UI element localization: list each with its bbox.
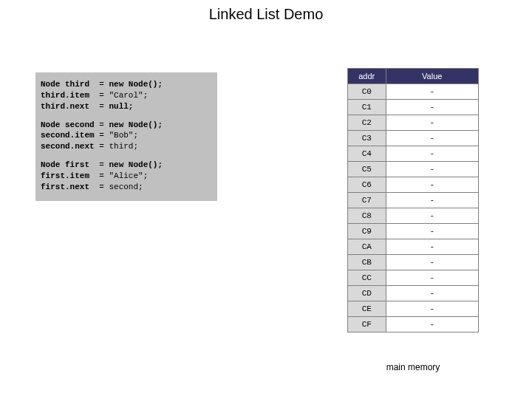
addr-cell: CD [348, 286, 386, 301]
code-lhs: Node first [41, 160, 95, 169]
code-rhs: new Node(); [109, 80, 163, 89]
page-title: Linked List Demo [0, 6, 532, 23]
value-cell: - [386, 100, 478, 115]
value-cell: - [386, 208, 478, 224]
addr-cell: C2 [348, 115, 386, 131]
code-rhs: second; [109, 183, 143, 191]
code-block: Node third = new Node(); third.item = "C… [41, 79, 212, 112]
table-row: C2- [348, 115, 479, 131]
code-listing: Node third = new Node(); third.item = "C… [35, 72, 217, 201]
table-row: CE- [348, 301, 479, 317]
table-row: C6- [348, 177, 479, 193]
table-row: C1- [348, 100, 479, 115]
addr-cell: C7 [348, 193, 386, 208]
code-lhs: Node third [41, 80, 95, 89]
addr-cell: CC [348, 270, 386, 286]
code-lhs: first.next [41, 183, 95, 191]
code-line: third.next = null; [41, 101, 212, 112]
addr-cell: C6 [348, 177, 386, 193]
code-lhs: third.next [41, 102, 95, 111]
code-rhs: "Alice"; [109, 171, 148, 180]
code-rhs: third; [109, 142, 138, 151]
code-rhs: "Bob"; [109, 131, 138, 140]
table-row: C7- [348, 193, 479, 208]
col-addr: addr [348, 69, 386, 84]
table-row: CB- [348, 255, 479, 270]
table-row: C3- [348, 131, 479, 146]
table-row: CD- [348, 286, 479, 301]
value-cell: - [386, 239, 478, 255]
code-line: Node third = new Node(); [41, 79, 212, 90]
value-cell: - [386, 255, 478, 270]
addr-cell: CB [348, 255, 386, 270]
memory-caption: main memory [347, 362, 479, 372]
table-row: C5- [348, 162, 479, 177]
addr-cell: C1 [348, 100, 386, 115]
code-block: Node first = new Node(); first.item = "A… [41, 160, 212, 193]
addr-cell: C4 [348, 146, 386, 162]
code-rhs: "Carol"; [109, 91, 148, 100]
value-cell: - [386, 84, 478, 100]
value-cell: - [386, 115, 478, 131]
table-row: CF- [348, 317, 479, 332]
memory-table: addr Value C0-C1-C2-C3-C4-C5-C6-C7-C8-C9… [347, 68, 479, 332]
value-cell: - [386, 162, 478, 177]
value-cell: - [386, 146, 478, 162]
col-value: Value [386, 69, 478, 84]
addr-cell: CE [348, 301, 386, 317]
value-cell: - [386, 270, 478, 286]
value-cell: - [386, 301, 478, 317]
addr-cell: C5 [348, 162, 386, 177]
value-cell: - [386, 193, 478, 208]
table-row: C8- [348, 208, 479, 224]
code-lhs: first.item [41, 171, 95, 180]
value-cell: - [386, 224, 478, 239]
table-row: C0- [348, 84, 479, 100]
code-line: second.next = third; [41, 141, 212, 152]
code-lhs: Node second [41, 120, 95, 129]
table-row: CC- [348, 270, 479, 286]
value-cell: - [386, 286, 478, 301]
value-cell: - [386, 177, 478, 193]
addr-cell: CA [348, 239, 386, 255]
addr-cell: CF [348, 317, 386, 332]
table-row: C4- [348, 146, 479, 162]
code-line: second.item = "Bob"; [41, 130, 212, 141]
value-cell: - [386, 131, 478, 146]
code-lhs: third.item [41, 91, 95, 100]
code-line: third.item = "Carol"; [41, 90, 212, 101]
value-cell: - [386, 317, 478, 332]
addr-cell: C0 [348, 84, 386, 100]
code-line: first.next = second; [41, 182, 212, 193]
code-lhs: second.next [41, 142, 95, 151]
code-line: Node second = new Node(); [41, 120, 212, 131]
table-row: C9- [348, 224, 479, 239]
code-rhs: null; [109, 102, 133, 111]
addr-cell: C8 [348, 208, 386, 224]
addr-cell: C9 [348, 224, 386, 239]
addr-cell: C3 [348, 131, 386, 146]
code-block: Node second = new Node(); second.item = … [41, 120, 212, 153]
code-line: first.item = "Alice"; [41, 171, 212, 182]
table-row: CA- [348, 239, 479, 255]
code-lhs: second.item [41, 131, 95, 140]
code-line: Node first = new Node(); [41, 160, 212, 171]
table-header-row: addr Value [348, 69, 479, 84]
code-rhs: new Node(); [109, 160, 163, 169]
code-rhs: new Node(); [109, 120, 163, 129]
slide: Linked List Demo Node third = new Node()… [0, 0, 532, 399]
